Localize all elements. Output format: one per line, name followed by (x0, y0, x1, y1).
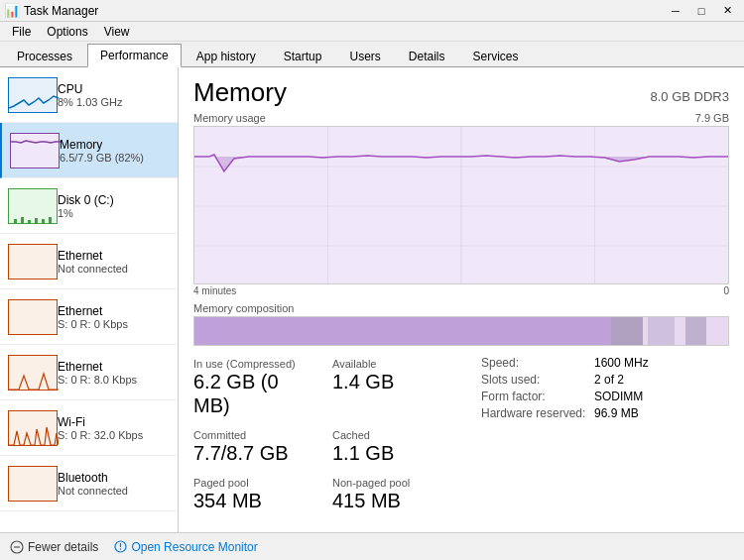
memory-usage-chart (193, 126, 729, 284)
bluetooth-info: Bluetooth Not connected (58, 471, 170, 497)
memory-value: 6.5/7.9 GB (82%) (60, 152, 170, 164)
ethernet1-mini-chart (8, 244, 58, 280)
svg-rect-1 (21, 217, 24, 223)
wifi-info: Wi-Fi S: 0 R: 32.0 Kbps (58, 415, 170, 441)
page-title: Memory (193, 77, 287, 108)
tab-startup[interactable]: Startup (271, 45, 335, 67)
resource-monitor-icon (114, 540, 127, 553)
sidebar-item-cpu[interactable]: CPU 8% 1.03 GHz (0, 67, 178, 123)
bottom-bar: Fewer details Open Resource Monitor (0, 532, 744, 560)
bluetooth-sparkline (9, 467, 59, 503)
sidebar-item-ethernet3[interactable]: Ethernet S: 0 R: 8.0 Kbps (0, 345, 178, 400)
sidebar-item-ethernet2[interactable]: Ethernet S: 0 R: 0 Kbps (0, 289, 178, 345)
cpu-mini-chart (8, 77, 58, 113)
cpu-info: CPU 8% 1.03 GHz (58, 82, 170, 108)
ethernet2-info: Ethernet S: 0 R: 0 Kbps (58, 304, 170, 330)
sidebar-item-memory[interactable]: Memory 6.5/7.9 GB (82%) (0, 123, 178, 178)
cached-value: 1.1 GB (332, 441, 451, 465)
stat-non-paged-pool: Non-paged pool 415 MB (332, 475, 451, 514)
window-controls: ─ □ ✕ (663, 1, 740, 21)
sidebar-item-wifi[interactable]: Wi-Fi S: 0 R: 32.0 Kbps (0, 400, 178, 456)
committed-label: Committed (193, 429, 312, 441)
left-stats: In use (Compressed) 6.2 GB (0 MB) Availa… (193, 356, 451, 514)
page-subtitle: 8.0 GB DDR3 (651, 89, 729, 104)
app-icon: 📊 (4, 3, 20, 18)
composition-seg2 (648, 317, 675, 345)
speed-row: Speed: 1600 MHz (481, 356, 729, 370)
form-factor-key: Form factor: (481, 390, 590, 403)
main-area: CPU 8% 1.03 GHz Memory 6.5/7.9 GB (82%) (0, 67, 744, 532)
ethernet3-label: Ethernet (58, 360, 170, 374)
svg-rect-0 (14, 219, 17, 223)
stat-in-use: In use (Compressed) 6.2 GB (0 MB) (193, 356, 312, 419)
usage-chart-label: Memory usage 7.9 GB (193, 112, 729, 124)
memory-info: Memory 6.5/7.9 GB (82%) (60, 138, 170, 164)
cpu-label: CPU (58, 82, 170, 96)
menu-options[interactable]: Options (39, 23, 95, 41)
speed-key: Speed: (481, 356, 590, 370)
sidebar-item-bluetooth[interactable]: Bluetooth Not connected (0, 456, 178, 511)
cpu-value: 8% 1.03 GHz (58, 96, 170, 108)
ethernet1-label: Ethernet (58, 249, 170, 263)
stat-cached: Cached 1.1 GB (332, 427, 451, 467)
content-panel: Memory 8.0 GB DDR3 Memory usage 7.9 GB (179, 67, 744, 532)
in-use-value: 6.2 GB (0 MB) (193, 370, 312, 417)
form-factor-val: SODIMM (594, 390, 643, 403)
memory-mini-chart (10, 133, 60, 168)
svg-rect-2 (28, 220, 31, 223)
menu-bar: File Options View (0, 22, 744, 42)
sidebar-item-disk[interactable]: Disk 0 (C:) 1% (0, 178, 178, 234)
stats-container: In use (Compressed) 6.2 GB (0 MB) Availa… (193, 356, 729, 514)
wifi-value: S: 0 R: 32.0 Kbps (58, 429, 170, 441)
disk-sparkline (9, 189, 59, 225)
memory-usage-section: Memory usage 7.9 GB 4 minutes 0 (193, 112, 729, 296)
ethernet3-info: Ethernet S: 0 R: 8.0 Kbps (58, 360, 170, 386)
memory-sparkline (11, 134, 61, 169)
usage-svg (194, 127, 728, 284)
title-bar: 📊 Task Manager ─ □ ✕ (0, 0, 744, 22)
ethernet3-sparkline (9, 356, 59, 392)
minimize-button[interactable]: ─ (663, 1, 688, 21)
fewer-details-button[interactable]: Fewer details (10, 540, 98, 554)
disk-value: 1% (58, 207, 170, 219)
slots-row: Slots used: 2 of 2 (481, 373, 729, 387)
wifi-mini-chart (8, 410, 58, 446)
memory-composition-section: Memory composition (193, 302, 729, 346)
ethernet2-value: S: 0 R: 0 Kbps (58, 318, 170, 330)
menu-view[interactable]: View (96, 23, 138, 41)
svg-rect-3 (35, 218, 38, 223)
slots-val: 2 of 2 (594, 373, 624, 387)
bluetooth-label: Bluetooth (58, 471, 170, 485)
maximize-button[interactable]: □ (688, 1, 714, 21)
ethernet3-mini-chart (8, 355, 58, 391)
available-value: 1.4 GB (332, 370, 451, 393)
tab-details[interactable]: Details (396, 45, 458, 67)
tab-app-history[interactable]: App history (184, 45, 269, 67)
menu-file[interactable]: File (4, 23, 39, 41)
disk-info: Disk 0 (C:) 1% (58, 193, 170, 219)
chart-time-labels: 4 minutes 0 (193, 285, 729, 296)
hw-reserved-row: Hardware reserved: 96.9 MB (481, 406, 729, 420)
ethernet1-value: Not connected (58, 263, 170, 275)
memory-label: Memory (60, 138, 170, 152)
composition-bar (193, 316, 729, 346)
close-button[interactable]: ✕ (714, 1, 740, 21)
tab-users[interactable]: Users (336, 45, 393, 67)
sidebar-item-ethernet1[interactable]: Ethernet Not connected (0, 234, 178, 289)
tab-performance[interactable]: Performance (87, 44, 182, 67)
composition-seg1 (611, 317, 643, 345)
hw-reserved-val: 96.9 MB (594, 406, 639, 420)
tab-bar: Processes Performance App history Startu… (0, 42, 744, 67)
bluetooth-mini-chart (8, 466, 58, 502)
wifi-sparkline (9, 411, 59, 447)
disk-mini-chart (8, 188, 58, 224)
slots-key: Slots used: (481, 373, 590, 387)
disk-label: Disk 0 (C:) (58, 193, 170, 207)
cached-label: Cached (332, 429, 451, 441)
tab-processes[interactable]: Processes (4, 45, 85, 67)
stat-committed: Committed 7.7/8.7 GB (193, 427, 312, 467)
tab-services[interactable]: Services (460, 45, 532, 67)
available-label: Available (332, 358, 451, 370)
composition-label: Memory composition (193, 302, 729, 314)
open-resource-monitor-button[interactable]: Open Resource Monitor (114, 540, 257, 554)
